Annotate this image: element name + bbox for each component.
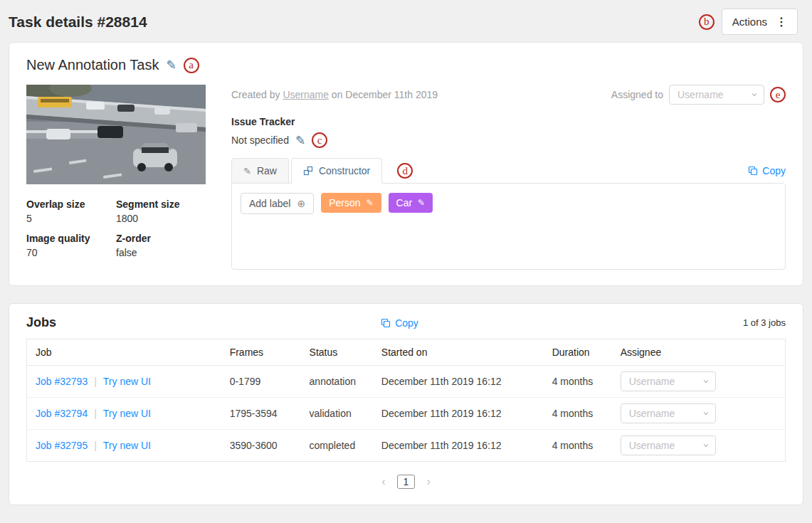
job-duration: 4 months <box>547 366 615 398</box>
add-label-button[interactable]: Add label ⊕ <box>241 193 314 214</box>
copy-jobs-link[interactable]: Copy <box>381 317 418 329</box>
task-assignee-select[interactable]: Username <box>669 85 764 105</box>
copy-labels-link[interactable]: Copy <box>748 165 786 176</box>
task-assignee-value: Username <box>677 89 724 100</box>
param-value: 70 <box>26 247 116 258</box>
job-status: completed <box>304 430 376 462</box>
job-assignee-select[interactable]: Username <box>621 403 716 423</box>
tab-constructor-label: Constructor <box>319 165 370 176</box>
tab-raw-label: Raw <box>257 165 277 176</box>
label-tag-car-name: Car <box>396 197 413 208</box>
job-assignee-value: Username <box>629 408 675 419</box>
task-preview-image <box>26 85 206 184</box>
column-header-started-on: Started on <box>376 339 547 366</box>
jobs-header: Jobs Copy 1 of 3 jobs <box>26 315 786 330</box>
try-new-ui-link[interactable]: Try new UI <box>103 440 151 451</box>
page-number-1[interactable]: 1 <box>397 475 416 489</box>
annotation-marker-d: d <box>397 163 413 179</box>
job-duration: 4 months <box>547 430 615 462</box>
edit-label-icon: ✎ <box>366 198 373 208</box>
created-by-prefix: Created by <box>231 89 280 100</box>
issue-tracker-section: Issue Tracker Not specified ✎ c <box>231 116 786 148</box>
edit-issue-tracker-icon[interactable]: ✎ <box>295 134 305 147</box>
param-label: Overlap size <box>26 199 116 210</box>
assigned-to-group: Assigned to Username e <box>611 85 786 105</box>
param-image-quality: Image quality 70 <box>26 233 116 258</box>
job-frames: 0-1799 <box>224 366 304 398</box>
job-started-on: December 11th 2019 16:12 <box>376 430 547 462</box>
column-header-job: Job <box>27 339 224 366</box>
next-page-arrow[interactable]: › <box>426 475 430 488</box>
copy-jobs-label: Copy <box>395 317 418 329</box>
created-by-user-link[interactable]: Username <box>283 89 329 100</box>
param-overlap-size: Overlap size 5 <box>26 199 116 224</box>
param-segment-size: Segment size 1800 <box>116 199 206 224</box>
previous-page-arrow[interactable]: ‹ <box>381 475 385 488</box>
annotation-marker-e: e <box>770 87 786 102</box>
annotation-marker-a: a <box>184 58 199 73</box>
param-value: 1800 <box>116 213 206 224</box>
more-options-icon: ⋮ <box>776 15 787 28</box>
chevron-down-icon <box>751 91 758 98</box>
annotation-marker-c: c <box>312 132 327 148</box>
label-tag-person[interactable]: Person ✎ <box>321 193 381 213</box>
job-assignee-select[interactable]: Username <box>621 435 716 455</box>
task-meta-row: Created by Username on December 11th 201… <box>231 85 786 105</box>
task-parameters: Overlap size 5 Segment size 1800 Image q… <box>26 199 206 258</box>
add-label-button-text: Add label <box>249 198 290 209</box>
created-by-suffix: on December 11th 2019 <box>332 89 438 100</box>
page-header: Task details #28814 b Actions ⋮ <box>0 0 812 42</box>
job-assignee-value: Username <box>629 440 675 451</box>
actions-button[interactable]: Actions ⋮ <box>722 9 798 35</box>
jobs-title: Jobs <box>26 315 56 330</box>
jobs-count: 1 of 3 jobs <box>743 317 786 328</box>
task-left-column: Overlap size 5 Segment size 1800 Image q… <box>26 85 206 258</box>
job-frames: 3590-3600 <box>224 430 304 462</box>
jobs-table-header-row: Job Frames Status Started on Duration As… <box>27 339 786 366</box>
job-started-on: December 11th 2019 16:12 <box>376 398 547 430</box>
chevron-down-icon <box>702 442 710 449</box>
job-row: Job #32795|Try new UI 3590-3600 complete… <box>27 430 786 462</box>
task-details-card: New Annotation Task ✎ a <box>9 42 803 286</box>
job-assignee-select[interactable]: Username <box>621 371 716 391</box>
param-value: 5 <box>26 213 116 224</box>
edit-label-icon: ✎ <box>418 198 425 208</box>
label-tag-car[interactable]: Car ✎ <box>389 193 433 213</box>
copy-labels-label: Copy <box>762 165 786 176</box>
edit-task-name-icon[interactable]: ✎ <box>166 59 176 71</box>
job-link[interactable]: Job #32794 <box>36 408 88 419</box>
job-status: validation <box>304 398 376 430</box>
job-assignee-value: Username <box>629 376 675 387</box>
param-label: Image quality <box>26 233 116 244</box>
add-circle-icon: ⊕ <box>297 199 305 208</box>
street-scene-graphic <box>26 85 206 184</box>
copy-icon <box>381 318 391 328</box>
tab-raw[interactable]: ✎ Raw <box>231 158 289 184</box>
task-heading: New Annotation Task ✎ a <box>26 57 786 73</box>
param-label: Segment size <box>116 199 206 210</box>
constructor-panel: Add label ⊕ Person ✎ Car ✎ <box>231 183 786 270</box>
job-started-on: December 11th 2019 16:12 <box>376 366 547 398</box>
separator: | <box>94 408 97 419</box>
issue-tracker-label: Issue Tracker <box>231 116 786 127</box>
separator: | <box>94 376 97 387</box>
job-link[interactable]: Job #32793 <box>36 376 88 387</box>
try-new-ui-link[interactable]: Try new UI <box>103 408 151 419</box>
task-right-column: Created by Username on December 11th 201… <box>231 85 786 270</box>
jobs-card: Jobs Copy 1 of 3 jobs Job Frames Status … <box>9 303 803 505</box>
header-actions-group: b Actions ⋮ <box>699 9 798 35</box>
annotation-marker-b: b <box>699 14 715 30</box>
try-new-ui-link[interactable]: Try new UI <box>103 376 151 387</box>
tab-constructor[interactable]: Constructor <box>291 158 382 184</box>
jobs-pagination: ‹ 1 › <box>26 475 786 489</box>
jobs-table: Job Frames Status Started on Duration As… <box>26 339 786 462</box>
param-label: Z-order <box>116 233 206 244</box>
job-duration: 4 months <box>547 398 615 430</box>
job-link[interactable]: Job #32795 <box>36 440 88 451</box>
labels-tabs-row: ✎ Raw Constructor d Copy <box>231 158 786 184</box>
param-z-order: Z-order false <box>116 233 206 258</box>
actions-button-label: Actions <box>732 16 767 28</box>
assigned-to-label: Assigned to <box>611 89 663 100</box>
issue-tracker-value: Not specified <box>231 134 289 146</box>
column-header-frames: Frames <box>224 339 304 366</box>
